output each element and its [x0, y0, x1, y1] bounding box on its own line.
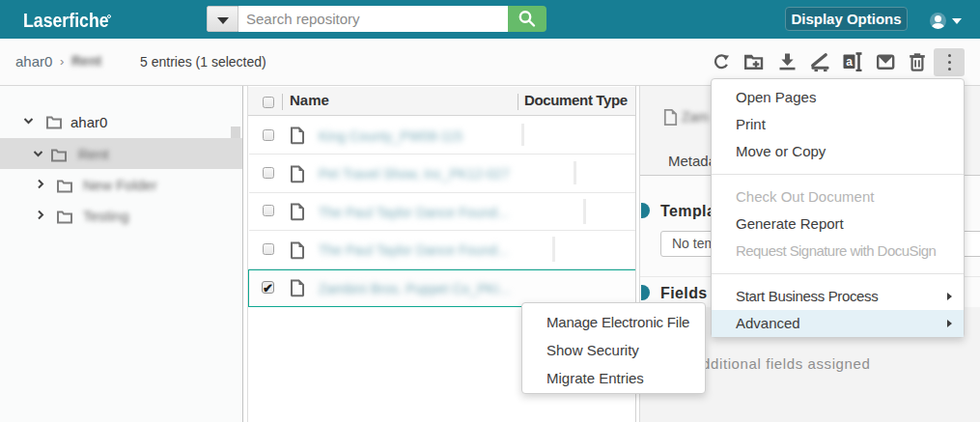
svg-text:a: a — [846, 55, 853, 69]
